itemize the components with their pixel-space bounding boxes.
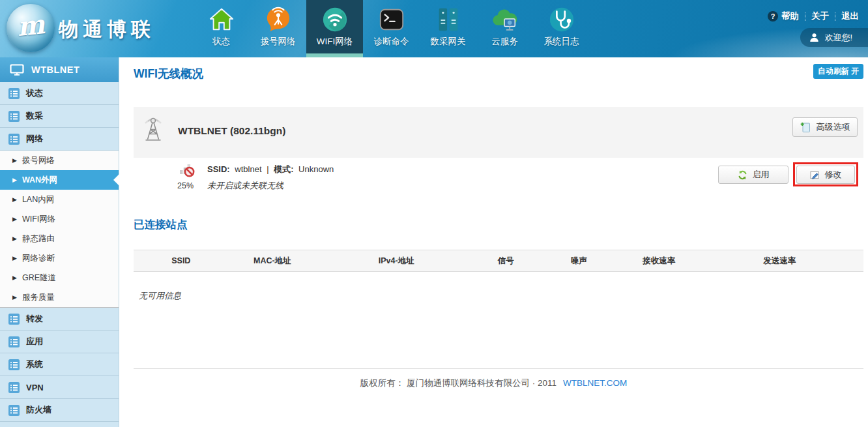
sidebar-item-label: 系统	[26, 359, 43, 370]
sidebar-item-wifi[interactable]: ▶ WIFI网络	[0, 209, 119, 229]
logo-glyph: m	[16, 8, 46, 42]
caret-right-icon: ▶	[12, 216, 17, 222]
sidebar-item-label: 应用	[26, 336, 43, 347]
help-label: 帮助	[781, 10, 799, 22]
about-label: 关于	[811, 10, 829, 22]
col-mac: MAC-地址	[229, 250, 316, 272]
terminal-icon	[378, 5, 405, 35]
tab-diagnostic-command[interactable]: 诊断命令	[363, 0, 420, 57]
tab-label: 系统日志	[544, 36, 579, 48]
signal-disabled-icon	[179, 161, 195, 181]
sidebar-item-label: WAN外网	[22, 175, 57, 186]
site-link[interactable]: WTBLNET.COM	[563, 378, 627, 388]
brand-name: 物通博联	[59, 16, 155, 43]
sidebar-item-forwarding[interactable]: 转发	[0, 308, 119, 331]
sidebar-item-static-route[interactable]: ▶ 静态路由	[0, 229, 119, 248]
list-icon	[8, 111, 20, 122]
col-signal: 信号	[476, 250, 535, 272]
home-icon	[208, 5, 235, 35]
radio-status-text: 未开启或未关联无线	[207, 180, 336, 192]
list-icon	[8, 382, 20, 393]
divider	[835, 12, 835, 21]
help-link[interactable]: ? 帮助	[768, 10, 799, 22]
signal-percent: 25%	[177, 181, 194, 190]
network-submenu: ▶ 拨号网络 ▶ WAN外网 ▶ LAN内网 ▶ WIFI网络 ▶ 静态路由 ▶…	[0, 151, 119, 308]
stations-section-title: 已连接站点	[134, 218, 188, 232]
sidebar-item-application[interactable]: 应用	[0, 331, 119, 353]
welcome-pill[interactable]: 欢迎您!	[800, 28, 868, 47]
sidebar-item-label: 网络	[26, 133, 43, 145]
page-title: WIFI无线概况	[134, 66, 203, 81]
wifi-icon	[321, 5, 349, 35]
sidebar-item-system[interactable]: 系统	[0, 353, 119, 376]
sidebar-item-wan[interactable]: ▶ WAN外网	[0, 170, 119, 190]
sidebar-item-status[interactable]: 状态	[0, 82, 119, 105]
server-icon	[435, 5, 462, 35]
list-icon	[8, 405, 20, 416]
list-icon	[8, 359, 20, 370]
wifi-device-name: WTBLNET (802.11bgn)	[178, 125, 285, 137]
stations-empty-text: 无可用信息	[139, 290, 181, 302]
edit-icon	[810, 170, 820, 180]
sidebar-item-label: VPN	[26, 383, 44, 392]
tab-system-log[interactable]: 系统日志	[533, 0, 590, 57]
sidebar-item-network-diagnosis[interactable]: ▶ 网络诊断	[0, 248, 119, 268]
sidebar-item-label: 数采	[26, 110, 43, 122]
device-name: WTBLNET	[31, 65, 80, 75]
caret-right-icon: ▶	[12, 275, 17, 281]
enable-button[interactable]: 启用	[718, 166, 788, 184]
app-header: m 物通博联 状态 拨号网络 WIFI网络 诊断命令 数采网关 云服务	[0, 0, 868, 57]
footer-divider	[134, 368, 863, 369]
monitor-icon	[10, 64, 24, 76]
list-icon	[8, 314, 20, 325]
brand-logo: m	[7, 4, 55, 52]
mode-value: Unknown	[298, 164, 334, 174]
modify-button[interactable]: 修改	[796, 166, 855, 184]
tab-status[interactable]: 状态	[193, 0, 250, 57]
col-noise: 噪声	[535, 250, 622, 272]
sidebar-item-dial-network[interactable]: ▶ 拨号网络	[0, 151, 119, 170]
sidebar-item-firewall[interactable]: 防火墙	[0, 399, 119, 422]
tab-wifi-network[interactable]: WIFI网络	[306, 0, 363, 57]
mode-label: 模式:	[274, 164, 293, 174]
tab-label: WIFI网络	[317, 36, 353, 48]
sidebar-item-gre-tunnel[interactable]: ▶ GRE隧道	[0, 268, 119, 287]
sidebar-item-lan[interactable]: ▶ LAN内网	[0, 190, 119, 209]
modify-label: 修改	[825, 169, 842, 181]
cloud-icon	[491, 5, 519, 35]
stethoscope-icon	[548, 5, 575, 35]
refresh-icon	[738, 170, 747, 180]
copyright-text: 版权所有： 厦门物通博联网络科技有限公司 · 2011	[360, 378, 557, 388]
top-nav: 状态 拨号网络 WIFI网络 诊断命令 数采网关 云服务 系统日志	[193, 0, 590, 57]
main-content: WIFI无线概况 自动刷新 开 WTBLNET (802.11bgn) 高级选项…	[119, 57, 868, 427]
col-ssid: SSID	[134, 250, 229, 272]
sidebar-item-label: GRE隧道	[22, 272, 56, 284]
stations-table: SSID MAC-地址 IPv4-地址 信号 噪声 接收速率 发送速率	[134, 250, 863, 272]
sidebar-item-network[interactable]: 网络	[0, 128, 119, 151]
enable-label: 启用	[753, 169, 770, 181]
sidebar-item-vpn[interactable]: VPN	[0, 376, 119, 399]
radio-status-row: 25% SSID: wtblnet | 模式: Unknown 未开启或未关联无…	[134, 158, 863, 202]
col-rx-rate: 接收速率	[622, 250, 695, 272]
sidebar-item-data-collect[interactable]: 数采	[0, 105, 119, 128]
stations-table-header-row: SSID MAC-地址 IPv4-地址 信号 噪声 接收速率 发送速率	[134, 250, 863, 272]
list-icon	[8, 336, 20, 347]
caret-right-icon: ▶	[12, 158, 17, 164]
logout-link[interactable]: 退出	[841, 10, 859, 22]
welcome-label: 欢迎您!	[824, 32, 852, 44]
caret-right-icon: ▶	[12, 197, 17, 203]
wifi-device-panel: WTBLNET (802.11bgn) 高级选项	[134, 107, 863, 158]
about-link[interactable]: 关于	[811, 10, 829, 22]
sidebar: WTBLNET 状态 数采 网络 ▶ 拨号网络 ▶ WAN外网 ▶ LAN内网 …	[0, 57, 119, 427]
tab-data-gateway[interactable]: 数采网关	[420, 0, 476, 57]
tab-cloud-service[interactable]: 云服务	[476, 0, 533, 57]
tab-dial-network[interactable]: 拨号网络	[250, 0, 306, 57]
advanced-options-button[interactable]: 高级选项	[792, 117, 858, 137]
logout-label: 退出	[841, 10, 859, 22]
caret-right-icon: ▶	[12, 236, 17, 242]
auto-refresh-toggle[interactable]: 自动刷新 开	[813, 64, 863, 79]
sidebar-item-qos[interactable]: ▶ 服务质量	[0, 287, 119, 307]
sidebar-item-label: WIFI网络	[22, 214, 55, 225]
device-name-header: WTBLNET	[0, 57, 119, 82]
advanced-options-label: 高级选项	[817, 121, 850, 133]
